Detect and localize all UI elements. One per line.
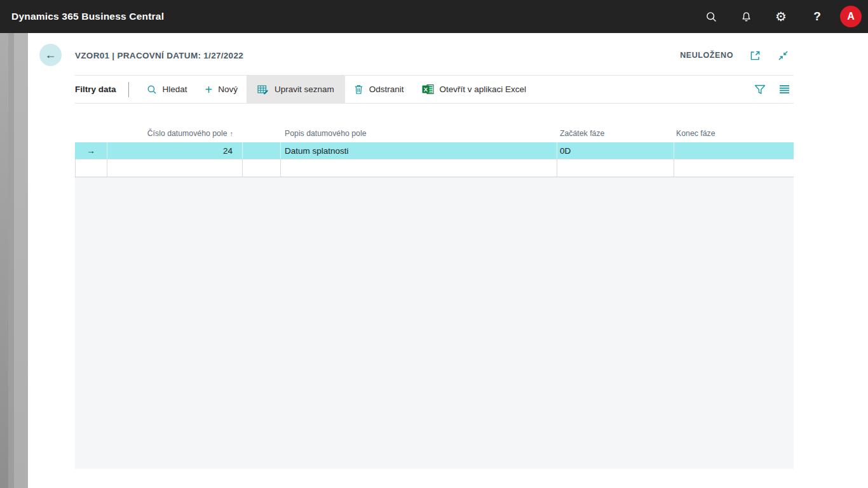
cell-selector[interactable] [75, 159, 107, 177]
cell-number[interactable] [107, 159, 243, 177]
cell-description[interactable] [281, 159, 557, 177]
new-action-button[interactable]: + Nový [196, 76, 247, 103]
excel-icon: X [422, 84, 434, 95]
data-filters-label: Filtry data [75, 85, 116, 94]
list-view-button[interactable] [776, 81, 792, 98]
table-empty-area [75, 177, 794, 469]
cell-number[interactable]: 24 [107, 142, 243, 159]
date-fields-table: Číslo datumového pole ↑ Popis datumového… [75, 124, 794, 469]
delete-action-button[interactable]: Odstranit [345, 76, 413, 103]
open-in-excel-action-label: Otevřít v aplikaci Excel [440, 85, 527, 94]
back-button[interactable]: ← [39, 44, 62, 66]
delete-action-label: Odstranit [369, 85, 404, 94]
background-page-band [0, 33, 8, 488]
back-arrow-icon: ← [45, 48, 57, 62]
toolbar-divider [128, 82, 129, 97]
background-page-band [8, 33, 14, 488]
cell-phase-end[interactable] [674, 142, 794, 159]
svg-text:X: X [423, 86, 428, 93]
column-header-description[interactable]: Popis datumového pole [281, 129, 557, 138]
gear-icon: ⚙ [775, 10, 787, 23]
column-header-number-label: Číslo datumového pole [147, 129, 227, 138]
notifications-button[interactable] [734, 0, 758, 33]
cell-phase-start[interactable]: 0D [557, 142, 674, 159]
open-in-new-window-button[interactable] [749, 49, 761, 62]
column-header-phase-start[interactable]: Začátek fáze [557, 129, 674, 138]
cell-spacer [243, 159, 281, 177]
help-button[interactable]: ? [805, 0, 829, 33]
background-page-band [14, 33, 28, 488]
search-icon [705, 11, 717, 23]
edit-list-action-button[interactable]: Upravit seznam [247, 76, 345, 103]
app-top-bar: Dynamics 365 Business Central ⚙ ? A [0, 0, 868, 33]
cell-phase-start[interactable] [557, 159, 674, 177]
collapse-wide-layout-button[interactable] [776, 49, 789, 62]
help-icon: ? [813, 10, 821, 24]
avatar[interactable]: A [840, 6, 862, 27]
search-icon [147, 85, 157, 95]
table-row-empty[interactable] [75, 159, 794, 177]
save-status-badge: NEULOŽENO [680, 51, 733, 60]
bell-icon [740, 11, 752, 23]
active-row-marker-icon: → [75, 142, 107, 159]
cell-phase-end[interactable] [674, 159, 794, 177]
page-card: ← VZOR01 | PRACOVNÍ DATUM: 1/27/2022 NEU… [28, 33, 868, 488]
plus-icon: + [205, 83, 213, 96]
background-page-edge [0, 33, 28, 488]
global-search-button[interactable] [699, 0, 723, 33]
page-title: VZOR01 | PRACOVNÍ DATUM: 1/27/2022 [75, 46, 243, 64]
table-header-row: Číslo datumového pole ↑ Popis datumového… [75, 124, 794, 142]
cell-spacer [243, 142, 281, 159]
open-in-excel-action-button[interactable]: X Otevřít v aplikaci Excel [413, 76, 536, 103]
column-header-phase-end[interactable]: Konec fáze [674, 129, 794, 138]
app-title: Dynamics 365 Business Central [11, 0, 164, 33]
trash-icon [354, 84, 363, 95]
new-action-label: Nový [218, 85, 238, 94]
edit-list-icon [257, 85, 269, 95]
filter-button[interactable] [752, 81, 768, 98]
cell-description[interactable]: Datum splatnosti [281, 142, 557, 159]
search-action-button[interactable]: Hledat [138, 76, 196, 103]
sort-ascending-icon: ↑ [230, 130, 234, 137]
table-row-selected[interactable]: → 24 Datum splatnosti 0D [75, 142, 794, 159]
column-header-number[interactable]: Číslo datumového pole ↑ [107, 129, 243, 138]
settings-button[interactable]: ⚙ [769, 0, 793, 33]
action-toolbar: Filtry data Hledat + Nový [75, 75, 794, 104]
edit-list-action-label: Upravit seznam [275, 85, 334, 94]
avatar-initial: A [847, 11, 855, 22]
search-action-label: Hledat [163, 85, 187, 94]
